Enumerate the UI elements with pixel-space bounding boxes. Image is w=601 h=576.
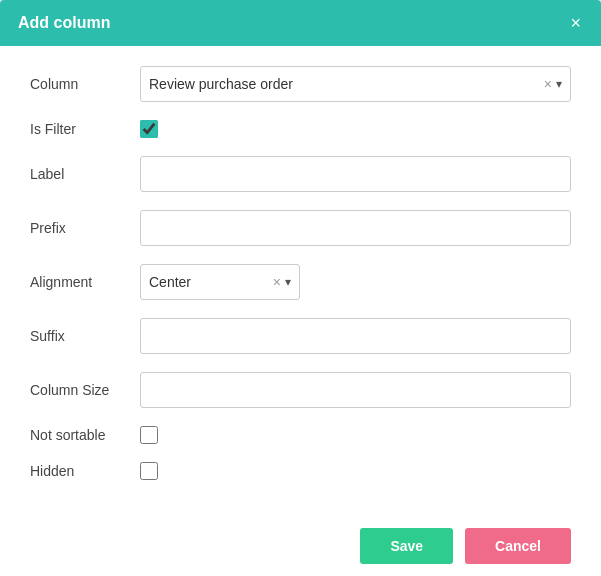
is-filter-checkbox[interactable]: [140, 120, 158, 138]
column-select-chevron-down-icon[interactable]: ▾: [556, 77, 562, 91]
column-label: Column: [30, 76, 140, 92]
hidden-row: Hidden: [30, 462, 571, 480]
is-filter-label: Is Filter: [30, 121, 140, 137]
hidden-checkbox-wrapper: [140, 462, 158, 480]
prefix-row: Prefix: [30, 210, 571, 246]
not-sortable-row: Not sortable: [30, 426, 571, 444]
save-button[interactable]: Save: [360, 528, 453, 564]
add-column-modal: Add column × Column Review purchase orde…: [0, 0, 601, 576]
modal-header: Add column ×: [0, 0, 601, 46]
hidden-label: Hidden: [30, 463, 140, 479]
prefix-label: Prefix: [30, 220, 140, 236]
prefix-input[interactable]: [140, 210, 571, 246]
alignment-select-chevron-down-icon[interactable]: ▾: [285, 275, 291, 289]
modal-footer: Save Cancel: [0, 518, 601, 576]
column-size-label: Column Size: [30, 382, 140, 398]
column-select-clear-icon[interactable]: ×: [544, 77, 552, 91]
alignment-label: Alignment: [30, 274, 140, 290]
column-select[interactable]: Review purchase order × ▾: [140, 66, 571, 102]
column-size-row: Column Size: [30, 372, 571, 408]
label-label: Label: [30, 166, 140, 182]
modal-title: Add column: [18, 14, 110, 32]
modal-body: Column Review purchase order × ▾ Is Filt…: [0, 46, 601, 518]
label-input[interactable]: [140, 156, 571, 192]
not-sortable-checkbox[interactable]: [140, 426, 158, 444]
column-size-input[interactable]: [140, 372, 571, 408]
column-select-value: Review purchase order: [149, 76, 544, 92]
hidden-checkbox[interactable]: [140, 462, 158, 480]
suffix-row: Suffix: [30, 318, 571, 354]
is-filter-checkbox-wrapper: [140, 120, 158, 138]
alignment-row: Alignment Center × ▾: [30, 264, 571, 300]
suffix-input[interactable]: [140, 318, 571, 354]
cancel-button[interactable]: Cancel: [465, 528, 571, 564]
suffix-label: Suffix: [30, 328, 140, 344]
alignment-select[interactable]: Center × ▾: [140, 264, 300, 300]
column-row: Column Review purchase order × ▾: [30, 66, 571, 102]
alignment-select-clear-icon[interactable]: ×: [273, 275, 281, 289]
close-button[interactable]: ×: [568, 14, 583, 32]
not-sortable-label: Not sortable: [30, 427, 140, 443]
is-filter-row: Is Filter: [30, 120, 571, 138]
not-sortable-checkbox-wrapper: [140, 426, 158, 444]
label-row: Label: [30, 156, 571, 192]
alignment-select-value: Center: [149, 274, 273, 290]
